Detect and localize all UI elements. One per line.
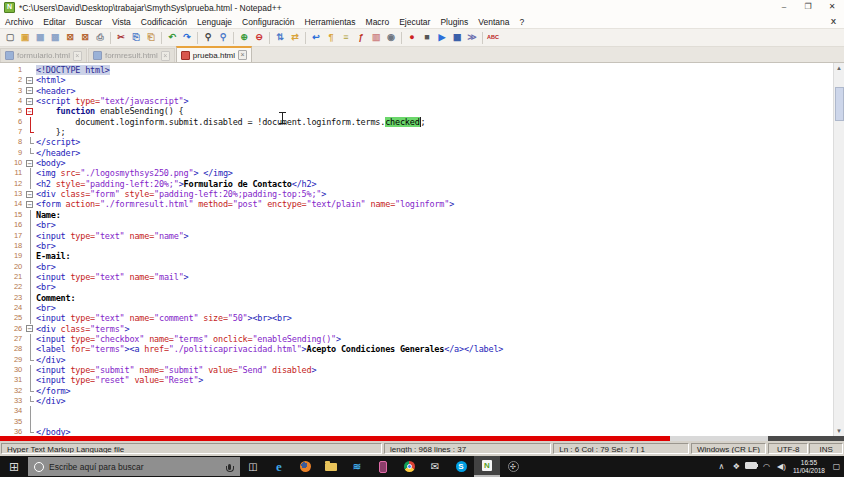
doc-monitor-icon[interactable]: ◉ bbox=[384, 31, 398, 44]
zoom-in-icon[interactable]: ⊕ bbox=[237, 31, 251, 44]
save-icon[interactable]: ▦ bbox=[33, 31, 47, 44]
close-all-icon[interactable]: ⊠ bbox=[78, 31, 92, 44]
tab-prueba-html[interactable]: prueba.html× bbox=[176, 46, 252, 62]
vertical-scrollbar[interactable]: ▲ ▼ bbox=[833, 63, 844, 436]
code-line[interactable]: 14<form action="./formresult.html" metho… bbox=[0, 199, 834, 209]
battery-icon[interactable] bbox=[744, 462, 759, 471]
code-line[interactable]: 15Name: bbox=[0, 210, 834, 220]
menu-item-configuracin[interactable]: Configuración bbox=[237, 17, 299, 27]
status-encoding[interactable]: UTF-8 bbox=[768, 443, 808, 454]
scrollbar-thumb[interactable] bbox=[835, 87, 844, 121]
start-button[interactable]: ⊞ bbox=[0, 456, 28, 477]
code-line[interactable]: 4<script type="text/javascript"> bbox=[0, 96, 834, 106]
code-line[interactable]: 22<br> bbox=[0, 282, 834, 292]
notepad-plus-plus-taskbar-icon[interactable]: N bbox=[474, 456, 500, 477]
fold-toggle[interactable] bbox=[25, 189, 36, 199]
file-explorer-taskbar-icon[interactable] bbox=[318, 456, 344, 477]
print-icon[interactable]: ⎙ bbox=[93, 31, 107, 44]
code-line[interactable]: 34 bbox=[0, 406, 834, 416]
tab-close-icon[interactable]: × bbox=[161, 51, 170, 61]
menu-item-vista[interactable]: Vista bbox=[107, 17, 136, 27]
code-line[interactable]: 9</header> bbox=[0, 148, 834, 158]
menu-item-plugins[interactable]: Plugins bbox=[435, 17, 473, 27]
fold-toggle[interactable] bbox=[25, 158, 36, 168]
tray-expand-caret[interactable]: ∧ bbox=[714, 462, 729, 471]
code-line[interactable]: 19E-mail: bbox=[0, 251, 834, 261]
menu-item-macro[interactable]: Macro bbox=[361, 17, 395, 27]
code-line[interactable]: 5 function enableSending() { bbox=[0, 106, 834, 116]
function-list-icon[interactable]: ƒ bbox=[354, 31, 368, 44]
code-line[interactable]: 33</div> bbox=[0, 396, 834, 406]
dropbox-tray-icon[interactable]: ❖ bbox=[729, 462, 744, 471]
taskbar-search-box[interactable]: Escribe aquí para buscar bbox=[28, 457, 240, 476]
fold-toggle[interactable] bbox=[25, 96, 36, 106]
cut-icon[interactable]: ✂ bbox=[114, 31, 128, 44]
fold-toggle[interactable] bbox=[25, 199, 36, 209]
menu-item-lenguaje[interactable]: Lenguaje bbox=[192, 17, 237, 27]
minimize-button[interactable]: – bbox=[772, 0, 796, 15]
fold-toggle[interactable] bbox=[25, 106, 36, 116]
menu-item-editar[interactable]: Editar bbox=[38, 17, 70, 27]
menu-item-herramientas[interactable]: Herramientas bbox=[300, 17, 361, 27]
record-macro-icon[interactable]: ● bbox=[405, 31, 419, 44]
scroll-down-arrow[interactable]: ▼ bbox=[834, 426, 844, 436]
code-line[interactable]: 28<label for="terms"><a href="./politica… bbox=[0, 344, 834, 354]
status-insert-mode[interactable]: INS bbox=[809, 443, 843, 454]
code-line[interactable]: 1<!DOCTYPE html> bbox=[0, 65, 834, 75]
network-app-taskbar-icon[interactable]: ≋ bbox=[344, 456, 370, 477]
paste-icon[interactable]: ⎗ bbox=[144, 31, 158, 44]
menu-item-ventana[interactable]: Ventana bbox=[473, 17, 514, 27]
wifi-icon[interactable]: ◠ bbox=[759, 462, 774, 471]
restore-button[interactable]: ❐ bbox=[796, 0, 820, 15]
code-line[interactable]: 11<img src="./logosmythsys250.png"> </im… bbox=[0, 168, 834, 178]
action-center-icon[interactable]: ▢ bbox=[829, 462, 844, 471]
doc-map-icon[interactable]: ▥ bbox=[369, 31, 383, 44]
menu-item-archivo[interactable]: Archivo bbox=[0, 17, 38, 27]
code-line[interactable]: 16<br> bbox=[0, 220, 834, 230]
code-line[interactable]: 36</body> bbox=[0, 427, 834, 436]
code-line[interactable]: 24<br> bbox=[0, 303, 834, 313]
menu-item-?[interactable]: ? bbox=[514, 17, 529, 27]
sync-vertical-icon[interactable]: ⇅ bbox=[273, 31, 287, 44]
run-macro-multi-icon[interactable]: ≫ bbox=[465, 31, 479, 44]
task-view-button[interactable]: ◫ bbox=[240, 456, 266, 477]
word-wrap-icon[interactable]: ↩ bbox=[309, 31, 323, 44]
skype-taskbar-icon[interactable]: S bbox=[448, 456, 474, 477]
redo-icon[interactable]: ↷ bbox=[180, 31, 194, 44]
zoom-out-icon[interactable]: ⊖ bbox=[252, 31, 266, 44]
code-line[interactable]: 31<input type="reset" value="Reset"> bbox=[0, 375, 834, 385]
stop-macro-icon[interactable]: ■ bbox=[420, 31, 434, 44]
code-line[interactable]: 8</script> bbox=[0, 137, 834, 147]
code-line[interactable]: 17<input type="text" name="name"> bbox=[0, 231, 834, 241]
mail-taskbar-icon[interactable]: ✉ bbox=[422, 456, 448, 477]
code-line[interactable]: 3<header> bbox=[0, 86, 834, 96]
remote-app-taskbar-icon[interactable] bbox=[370, 456, 396, 477]
fold-toggle[interactable] bbox=[25, 75, 36, 85]
code-line[interactable]: 32</form> bbox=[0, 386, 834, 396]
tab-close-icon[interactable]: × bbox=[73, 51, 82, 61]
new-file-icon[interactable]: ▢ bbox=[3, 31, 17, 44]
show-all-chars-icon[interactable]: ¶ bbox=[324, 31, 338, 44]
menu-item-ejecutar[interactable]: Ejecutar bbox=[394, 17, 435, 27]
menu-item-codificacin[interactable]: Codificación bbox=[136, 17, 192, 27]
fold-toggle[interactable] bbox=[25, 324, 36, 334]
doc-close-x-button[interactable]: X bbox=[831, 17, 836, 26]
fold-toggle[interactable] bbox=[25, 86, 36, 96]
copy-icon[interactable]: ⎘ bbox=[129, 31, 143, 44]
microphone-icon[interactable] bbox=[228, 464, 231, 470]
code-line[interactable]: 27<input type="checkbox" name="terms" on… bbox=[0, 334, 834, 344]
code-line[interactable]: 25<input type="text" name="comment" size… bbox=[0, 313, 834, 323]
close-button[interactable]: ✕ bbox=[820, 0, 844, 15]
menu-item-buscar[interactable]: Buscar bbox=[71, 17, 107, 27]
tab-formulario-html[interactable]: formulario.html× bbox=[0, 48, 87, 62]
save-all-icon[interactable]: ▩ bbox=[48, 31, 62, 44]
code-line[interactable]: 35 bbox=[0, 417, 834, 427]
undo-icon[interactable]: ↶ bbox=[165, 31, 179, 44]
chrome-taskbar-icon[interactable] bbox=[396, 456, 422, 477]
code-line[interactable]: 26<div class="terms"> bbox=[0, 324, 834, 334]
save-macro-icon[interactable]: ▦ bbox=[450, 31, 464, 44]
editor[interactable]: 1<!DOCTYPE html>2<html>3<header>4<script… bbox=[0, 63, 844, 436]
code-line[interactable]: 10<body> bbox=[0, 158, 834, 168]
sync-horizontal-icon[interactable]: ⇄ bbox=[288, 31, 302, 44]
obs-taskbar-icon[interactable]: ✣ bbox=[500, 456, 526, 477]
